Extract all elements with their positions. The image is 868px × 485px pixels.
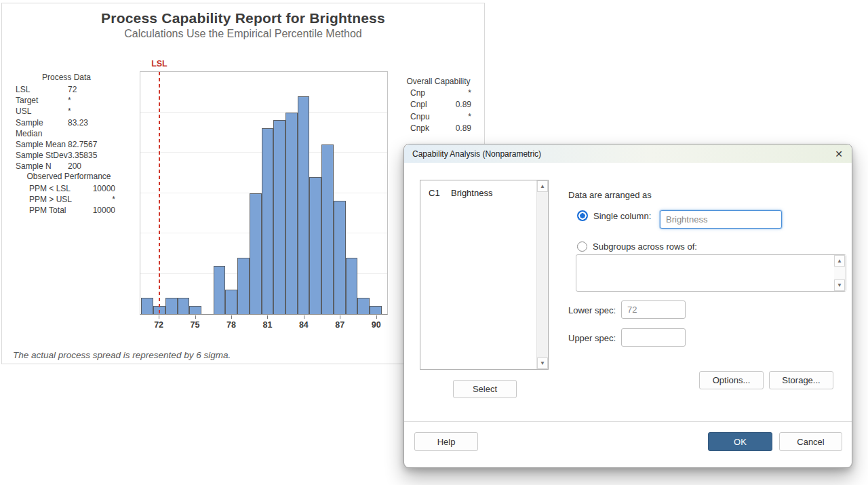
stat-row: Cnpu* <box>406 111 471 123</box>
observed-performance-header: Observed Performance <box>22 172 115 181</box>
histogram-bar <box>225 290 237 314</box>
column-name: Brightness <box>451 188 492 198</box>
report-footnote: The actual process spread is represented… <box>13 350 231 360</box>
stat-value: 72 <box>68 84 117 95</box>
lower-spec-label: Lower spec: <box>568 305 616 315</box>
histogram-bar <box>334 201 346 314</box>
histogram-bar <box>262 128 274 314</box>
stat-row: Cnpl0.89 <box>406 99 471 111</box>
stat-label: Cnpk <box>410 123 429 134</box>
process-data-panel: Process Data LSL72Target*USL*Sample Medi… <box>16 73 117 172</box>
x-tick-label: 75 <box>184 320 207 330</box>
stat-label: Sample StDev <box>16 150 68 161</box>
x-tick-label: 87 <box>328 320 351 330</box>
histogram-bar <box>273 120 285 314</box>
single-column-label: Single column: <box>593 211 651 221</box>
stat-label: Target <box>16 95 68 106</box>
single-column-radio[interactable]: Single column: <box>577 210 651 221</box>
stat-row: PPM < LSL10000 <box>22 183 115 194</box>
scroll-down-icon[interactable]: ▼ <box>834 279 845 291</box>
upper-spec-label: Upper spec: <box>568 333 616 343</box>
histogram-bar <box>298 96 310 314</box>
upper-spec-input[interactable] <box>621 328 686 347</box>
stat-value: 3.35835 <box>68 150 117 161</box>
stat-value: * <box>112 194 115 205</box>
footer-divider <box>404 421 852 422</box>
dialog-titlebar[interactable]: Capability Analysis (Nonparametric) ✕ <box>404 144 852 163</box>
stat-value: 0.89 <box>456 99 471 111</box>
stat-value: 82.7567 <box>68 139 117 150</box>
x-tick <box>231 315 232 319</box>
radio-selected-icon <box>577 210 588 221</box>
scroll-down-icon[interactable]: ▼ <box>537 357 548 369</box>
stat-label: Sample N <box>16 161 68 172</box>
stat-label: PPM Total <box>29 205 66 216</box>
stat-row: Sample Mean82.7567 <box>16 139 117 150</box>
overall-capability-panel: Overall Capability Cnp*Cnpl0.89Cnpu*Cnpk… <box>406 77 471 134</box>
stat-row: PPM Total10000 <box>22 205 115 216</box>
help-button[interactable]: Help <box>414 432 478 451</box>
histogram-bar <box>285 113 298 315</box>
x-tick <box>304 315 304 319</box>
stat-row: Cnpk0.89 <box>406 123 471 134</box>
histogram-bar <box>165 298 178 314</box>
cancel-button[interactable]: Cancel <box>779 432 842 451</box>
close-icon[interactable]: ✕ <box>829 146 849 161</box>
stat-label: Cnp <box>410 88 425 99</box>
scroll-up-icon[interactable]: ▲ <box>537 180 548 192</box>
histogram-bar <box>309 177 321 314</box>
stat-value: 10000 <box>93 205 115 216</box>
observed-performance-panel: Observed Performance PPM < LSL10000PPM >… <box>22 172 115 216</box>
stat-label: Cnpl <box>410 99 427 111</box>
process-data-rows: LSL72Target*USL*Sample Median83.23Sample… <box>16 84 117 172</box>
scroll-up-icon[interactable]: ▲ <box>834 255 845 267</box>
x-tick <box>267 315 268 319</box>
histogram-bar <box>141 298 153 314</box>
subgroups-radio[interactable]: Subgroups across rows of: <box>577 241 697 252</box>
x-tick <box>159 315 159 319</box>
stat-label: USL <box>16 106 68 117</box>
select-button[interactable]: Select <box>453 380 517 398</box>
overall-capability-header: Overall Capability <box>406 77 471 86</box>
single-column-input[interactable] <box>660 210 782 229</box>
ok-button[interactable]: OK <box>708 432 772 451</box>
x-tick <box>195 315 196 319</box>
process-data-header: Process Data <box>16 73 117 82</box>
histogram-bar <box>237 258 250 314</box>
histogram-bar <box>370 306 382 314</box>
x-tick-label: 90 <box>365 320 388 330</box>
column-list-item[interactable]: C1Brightness <box>420 180 548 198</box>
histogram-bar <box>346 258 358 314</box>
stat-row: PPM > USL* <box>22 194 115 205</box>
lsl-line <box>159 72 160 314</box>
column-list: C1Brightness <box>420 180 548 198</box>
subgroups-input[interactable]: ▲ ▼ <box>576 254 846 292</box>
stat-value: 10000 <box>93 183 115 194</box>
stat-row: Cnp* <box>406 88 471 99</box>
stat-row: Sample StDev3.35835 <box>16 150 117 161</box>
x-tick <box>340 315 340 319</box>
subgroups-scrollbar[interactable]: ▲ ▼ <box>834 255 846 291</box>
stat-label: Sample Mean <box>16 139 68 150</box>
stat-value: * <box>468 111 471 123</box>
dialog-title: Capability Analysis (Nonparametric) <box>412 149 541 159</box>
stat-value: * <box>68 106 117 117</box>
stat-row: Target* <box>16 95 117 106</box>
histogram-bar <box>214 266 226 314</box>
stat-value: 83.23 <box>68 117 117 139</box>
stat-value: * <box>68 95 117 106</box>
storage-button[interactable]: Storage... <box>769 371 833 389</box>
stat-label: Sample Median <box>16 117 68 139</box>
lower-spec-input[interactable] <box>621 300 686 319</box>
capability-analysis-dialog: Capability Analysis (Nonparametric) ✕ C1… <box>403 144 852 468</box>
listbox-scrollbar[interactable]: ▲ ▼ <box>536 180 548 369</box>
stat-value: 200 <box>68 161 117 172</box>
x-tick-label: 78 <box>220 320 243 330</box>
page: Process Capability Report for Brightness… <box>0 0 868 485</box>
stat-row: Sample N200 <box>16 161 117 172</box>
stat-label: Cnpu <box>410 111 430 123</box>
options-button[interactable]: Options... <box>699 371 764 389</box>
column-listbox[interactable]: C1Brightness ▲ ▼ <box>420 180 549 370</box>
stat-value: * <box>468 88 471 99</box>
column-id: C1 <box>429 188 442 198</box>
